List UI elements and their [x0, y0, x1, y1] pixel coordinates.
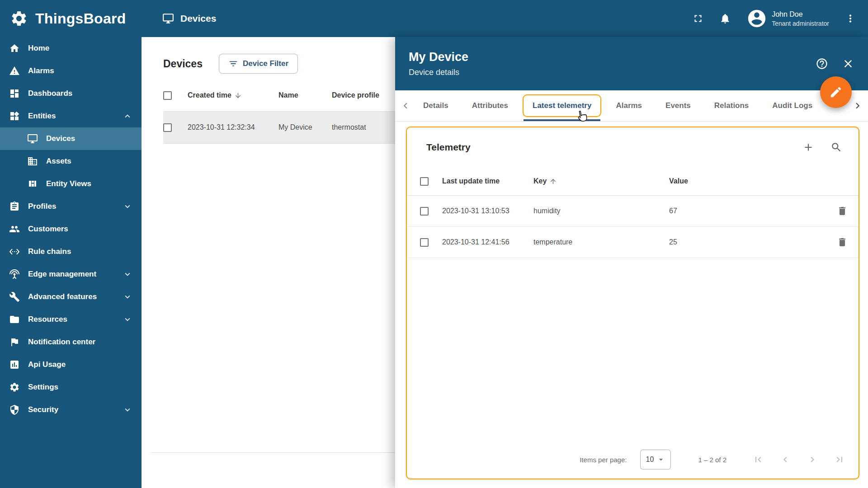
- telemetry-table-header: Last update time Key Value: [407, 167, 859, 196]
- resources-icon: [9, 314, 20, 325]
- sidebar-item-entity-views[interactable]: Entity Views: [0, 173, 142, 195]
- sidebar-item-entities[interactable]: Entities: [0, 105, 142, 127]
- sidebar-item-label: Rule chains: [28, 247, 71, 256]
- sidebar: ThingsBoard Home Alarms Dashboards Entit…: [0, 0, 142, 488]
- drawer-subtitle: Device details: [409, 68, 468, 77]
- drawer-tabs: Details Attributes Latest telemetry Alar…: [395, 90, 868, 122]
- chevron-down-icon: [123, 269, 132, 279]
- previous-page-icon[interactable]: [780, 454, 791, 465]
- user-role: Tenant administrator: [772, 20, 829, 27]
- tab-audit-logs[interactable]: Audit Logs: [760, 90, 824, 121]
- row-checkbox[interactable]: [420, 207, 429, 216]
- notifications-bell-icon[interactable]: [719, 13, 731, 24]
- sidebar-item-api-usage[interactable]: Api Usage: [0, 353, 142, 376]
- sidebar-item-label: Edge management: [28, 270, 96, 279]
- cell-value: 67: [669, 207, 821, 215]
- sidebar-item-rule-chains[interactable]: Rule chains: [0, 240, 142, 263]
- sidebar-item-label: Profiles: [28, 202, 56, 211]
- column-created-time[interactable]: Created time: [188, 91, 278, 99]
- sidebar-item-label: Security: [28, 405, 58, 414]
- telemetry-pagination: Items per page: 10 1 – 2 of 2: [407, 441, 859, 479]
- column-label: Last update time: [442, 177, 500, 185]
- items-per-page-select[interactable]: 10: [640, 450, 671, 469]
- alarms-icon: [9, 66, 20, 76]
- sort-desc-icon: [234, 92, 242, 99]
- page-title: Devices: [162, 13, 216, 24]
- telemetry-actions: [802, 141, 842, 153]
- tab-attributes[interactable]: Attributes: [460, 90, 520, 121]
- sidebar-item-alarms[interactable]: Alarms: [0, 60, 142, 82]
- advanced-features-icon: [9, 291, 20, 302]
- api-usage-icon: [9, 359, 20, 370]
- sidebar-item-security[interactable]: Security: [0, 399, 142, 421]
- telemetry-card: Telemetry Last update time Key Value: [406, 127, 859, 479]
- sidebar-item-advanced-features[interactable]: Advanced features: [0, 286, 142, 308]
- sidebar-item-dashboards[interactable]: Dashboards: [0, 82, 142, 105]
- sidebar-item-home[interactable]: Home: [0, 37, 142, 60]
- sidebar-item-edge-management[interactable]: Edge management: [0, 263, 142, 286]
- column-name[interactable]: Name: [278, 91, 332, 99]
- select-all-checkbox[interactable]: [420, 177, 429, 186]
- help-icon[interactable]: [816, 57, 828, 70]
- tabs-scroll-right-icon[interactable]: [852, 100, 863, 112]
- select-all-checkbox[interactable]: [163, 91, 172, 100]
- assets-icon: [27, 156, 38, 167]
- kebab-menu-icon[interactable]: [844, 13, 856, 24]
- drawer-actions: [816, 57, 854, 70]
- column-label: Created time: [188, 91, 231, 99]
- user-menu[interactable]: John Doe Tenant administrator: [746, 8, 829, 29]
- column-value[interactable]: Value: [669, 177, 821, 185]
- tabs-scroll-left-icon[interactable]: [400, 100, 411, 112]
- sidebar-item-notification-center[interactable]: Notification center: [0, 331, 142, 353]
- sidebar-item-devices[interactable]: Devices: [0, 127, 142, 150]
- last-page-icon[interactable]: [834, 454, 845, 465]
- tab-alarms[interactable]: Alarms: [604, 90, 654, 121]
- row-checkbox[interactable]: [163, 123, 172, 132]
- edit-pencil-icon: [829, 85, 843, 99]
- security-icon: [9, 404, 20, 415]
- next-page-icon[interactable]: [807, 454, 818, 465]
- delete-icon[interactable]: [837, 206, 848, 216]
- cell-last-update-time: 2023-10-31 13:10:53: [442, 207, 533, 215]
- delete-icon[interactable]: [837, 237, 848, 248]
- tab-details[interactable]: Details: [411, 90, 460, 121]
- edit-device-fab[interactable]: [820, 76, 852, 108]
- sidebar-menu: Home Alarms Dashboards Entities Devices: [0, 37, 142, 421]
- tab-latest-telemetry[interactable]: Latest telemetry: [520, 90, 604, 121]
- sidebar-item-profiles[interactable]: Profiles: [0, 195, 142, 218]
- column-key[interactable]: Key: [533, 177, 669, 185]
- sort-asc-icon: [549, 178, 557, 185]
- tab-relations[interactable]: Relations: [703, 90, 761, 121]
- device-details-drawer: My Device Device details Details Attribu…: [395, 37, 868, 488]
- pagination-nav: [753, 454, 845, 465]
- sidebar-item-label: Alarms: [28, 66, 54, 75]
- telemetry-row[interactable]: 2023-10-31 13:10:53 humidity 67: [407, 196, 859, 227]
- sidebar-item-settings[interactable]: Settings: [0, 376, 142, 399]
- app-logo[interactable]: ThingsBoard: [0, 0, 142, 37]
- sidebar-item-resources[interactable]: Resources: [0, 308, 142, 331]
- dashboards-icon: [9, 88, 20, 99]
- column-label: Name: [278, 91, 298, 99]
- search-icon[interactable]: [830, 141, 842, 153]
- tab-events[interactable]: Events: [654, 90, 703, 121]
- close-icon[interactable]: [842, 57, 854, 70]
- row-checkbox[interactable]: [420, 238, 429, 247]
- user-name: John Doe: [772, 10, 829, 19]
- drawer-body: Telemetry Last update time Key Value: [395, 122, 868, 488]
- onboarding-highlight-box: Latest telemetry: [523, 94, 601, 117]
- sidebar-item-assets[interactable]: Assets: [0, 150, 142, 173]
- cell-value: 25: [669, 238, 821, 246]
- sidebar-item-label: Dashboards: [28, 89, 72, 98]
- telemetry-row[interactable]: 2023-10-31 12:41:56 temperature 25: [407, 227, 859, 258]
- sidebar-item-label: Devices: [46, 134, 75, 143]
- add-telemetry-icon[interactable]: [802, 141, 814, 153]
- thingsboard-logo-icon: [10, 9, 28, 28]
- sidebar-item-customers[interactable]: Customers: [0, 218, 142, 240]
- chevron-down-icon: [123, 202, 132, 211]
- column-last-update-time[interactable]: Last update time: [442, 177, 533, 185]
- first-page-icon[interactable]: [753, 454, 764, 465]
- device-filter-button[interactable]: Device Filter: [219, 54, 298, 74]
- devices-icon: [27, 133, 38, 144]
- fullscreen-icon[interactable]: [692, 13, 704, 24]
- sidebar-item-label: Resources: [28, 315, 67, 324]
